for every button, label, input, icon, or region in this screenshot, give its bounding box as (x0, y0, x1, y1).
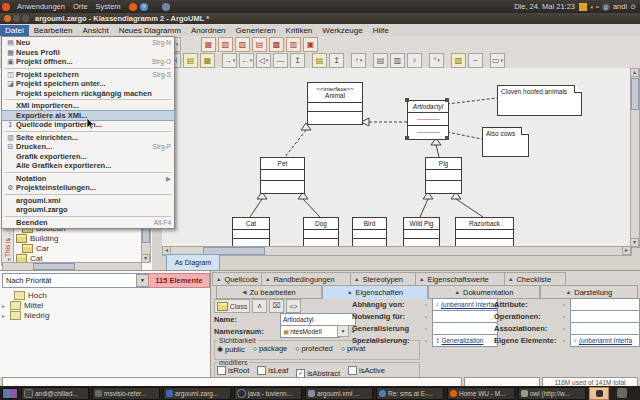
menu-item-speichern-rueckgaengig[interactable]: Projekt speichern rückgängig machen (2, 89, 174, 99)
menu-bearbeiten[interactable]: Bearbeiten (29, 25, 78, 36)
tab-zu-bearbeiten[interactable]: ◀Zu bearbeiten (216, 285, 322, 299)
firefox-launcher-icon[interactable] (129, 3, 137, 11)
element-kind-chip[interactable]: Class (214, 299, 250, 313)
comment-tool-button[interactable]: °▾ (429, 53, 444, 68)
close-window-icon[interactable] (4, 15, 11, 22)
delete-button[interactable]: ⌧ (269, 299, 284, 313)
tab-checkliste[interactable]: ▲Checkliste (504, 272, 566, 286)
tree-item-car[interactable]: Car (14, 244, 49, 253)
power-icon[interactable]: ⊙ (630, 3, 636, 11)
panel-menu-applications[interactable]: Anwendungen (17, 2, 65, 11)
wifi-icon[interactable]: ≈ (596, 4, 599, 10)
realization-tool-button[interactable]: ↥ (329, 53, 344, 68)
menu-item-neues-profil[interactable]: ▦Neues Profil (2, 48, 174, 58)
class-node-bird[interactable]: Bird (352, 217, 387, 246)
expand-icon[interactable]: ∘ (424, 325, 428, 332)
owned-elements-list[interactable]: ♀ (unbenannt Interfa (570, 334, 640, 347)
canvas-vscrollbar[interactable] (630, 68, 640, 248)
diagram-tool-button[interactable]: ▧ (218, 37, 233, 52)
update-tray-icon[interactable] (579, 3, 587, 11)
taskbar-item-terminal[interactable]: andi@chillad... (21, 387, 89, 400)
tab-eigenschaften[interactable]: ▲Eigenschaften (322, 285, 428, 299)
class-node-artiodactyl[interactable]: Artiodactyl ~~~~~~~~~ ~~~~~~~~~ (407, 100, 449, 140)
menu-item-projekt-speichern[interactable]: ◫Projekt speichernStrg-S (2, 70, 174, 80)
class-node-pet[interactable]: Pet (260, 157, 305, 194)
tab-as-diagram[interactable]: As Diagram (166, 254, 220, 271)
class-node-animal[interactable]: <<interface>> Animal (307, 82, 363, 125)
diagram-tool-button[interactable]: ▤ (252, 37, 267, 52)
todo-item-hoch[interactable]: Hoch (6, 291, 47, 300)
menu-ansicht[interactable]: Ansicht (77, 25, 113, 36)
source-button[interactable]: <> (286, 299, 301, 313)
diagram-tool-button[interactable]: ▣ (303, 37, 318, 52)
menu-item-beenden[interactable]: BeendenAlt-F4 (2, 218, 174, 228)
taskbar-item-xml[interactable]: argouml.xml ... (305, 387, 373, 400)
checkbox-isactive[interactable]: isActive (348, 366, 385, 375)
expander-icon[interactable]: ▸ (2, 312, 8, 319)
menu-item-recent-argouml-zargo[interactable]: argouml.zargo (2, 205, 174, 215)
new-class-button[interactable]: ▦ (200, 53, 215, 68)
taskbar-item-email[interactable]: Re: sms.at E-... (376, 387, 444, 400)
diagram-canvas[interactable]: <<interface>> Animal Artiodactyl ~~~~~~~… (162, 68, 630, 246)
menu-item-xmi-importieren[interactable]: XMI importieren... (2, 101, 174, 111)
class-node-cat[interactable]: Cat (232, 217, 270, 246)
radio-public[interactable]: ◉public (217, 345, 245, 354)
diagram-tool-button[interactable]: ▨ (235, 37, 250, 52)
menu-item-speichern-unter[interactable]: ◪Projekt speichern unter... (2, 79, 174, 89)
trash-icon[interactable] (617, 388, 627, 398)
menu-hilfe[interactable]: Hilfe (368, 25, 394, 36)
class-node-razorback[interactable]: Razorback (455, 217, 514, 246)
expander-icon[interactable]: ▸ (8, 255, 14, 262)
checkbox-isleaf[interactable]: isLeaf (257, 366, 288, 375)
menu-item-notation[interactable]: Notation▶ (2, 174, 174, 184)
diagram-tool-button[interactable]: ▥ (286, 37, 301, 52)
maximize-window-icon[interactable] (22, 15, 29, 22)
workspace-switcher[interactable] (2, 388, 18, 399)
radio-package[interactable]: ○package (253, 344, 288, 353)
shape-tool-button[interactable]: ▭▾ (490, 53, 505, 68)
menu-datei[interactable]: Datei (0, 25, 29, 36)
window-titlebar[interactable]: argouml.zargo - Klassendiagramm 2 - Argo… (0, 13, 640, 24)
new-note-button[interactable]: ▤ (183, 53, 198, 68)
todo-item-mittel[interactable]: ▸Mittel (2, 301, 43, 310)
taskbar-item-firefox[interactable]: Home WU - M... (447, 387, 515, 400)
line-tool-button[interactable]: − (468, 53, 483, 68)
app-launcher-icon[interactable] (162, 3, 170, 11)
generalization-tool-button[interactable]: ↥ (290, 53, 305, 68)
selection-handle[interactable] (405, 98, 409, 102)
diagram-tool-button[interactable]: ▩ (269, 37, 284, 52)
menu-anordnen[interactable]: Anordnen (186, 25, 231, 36)
menu-item-drucken[interactable]: ⊟Drucken...Strg-P (2, 142, 174, 152)
selection-handle[interactable] (445, 136, 449, 140)
new-sticky-button[interactable]: ▨ (451, 53, 466, 68)
scroll-right-icon[interactable]: ▸ (622, 246, 631, 255)
association-tool-button[interactable]: →▾ (222, 53, 237, 68)
panel-clock[interactable]: Die, 24. Mai 21:23 (514, 2, 575, 11)
messaging-tray-icon[interactable]: @ (602, 3, 610, 11)
expander-icon[interactable]: ▸ (2, 302, 8, 309)
menu-item-recent-argouml-xmi[interactable]: argouml.xmi (2, 196, 174, 206)
expand-icon[interactable]: ∘ (424, 313, 428, 320)
help-launcher-icon[interactable]: ? (140, 3, 148, 11)
diagram-tool-button[interactable]: ▦ (201, 37, 216, 52)
add-operation-button[interactable]: ▥ (390, 53, 405, 68)
menu-kritiken[interactable]: Kritiken (281, 25, 318, 36)
specialization-list[interactable]: ↥ Generalization (432, 334, 498, 347)
note-cloven[interactable]: Cloven hoofed animals (497, 85, 582, 116)
tree-item-building[interactable]: ▸ Building (8, 234, 58, 243)
taskbar-item-browser[interactable]: owl (http://w... (518, 387, 586, 400)
volume-icon[interactable]: ◖ (590, 4, 594, 10)
chevron-down-icon[interactable]: ▼ (337, 325, 349, 337)
taskbar-item-java[interactable]: java - tuvienn... (234, 387, 302, 400)
menu-generieren[interactable]: Generieren (231, 25, 281, 36)
tab-eigenschaftswerte[interactable]: ▲Eigenschaftswerte (415, 272, 509, 286)
expand-icon[interactable]: ∘ (562, 301, 566, 308)
taskbar-item-active[interactable] (589, 387, 609, 400)
association-tool-button[interactable]: ←▾ (239, 53, 254, 68)
expand-icon[interactable]: ∘ (424, 301, 428, 308)
expand-icon[interactable]: ∘ (562, 313, 566, 320)
tab-dokumentation[interactable]: ▲Dokumentation (428, 285, 540, 299)
note-also-cows[interactable]: Also cows (482, 127, 529, 157)
taskbar-item-document[interactable]: msvisio-refer... (92, 387, 160, 400)
link-tool-button[interactable]: — (273, 53, 288, 68)
